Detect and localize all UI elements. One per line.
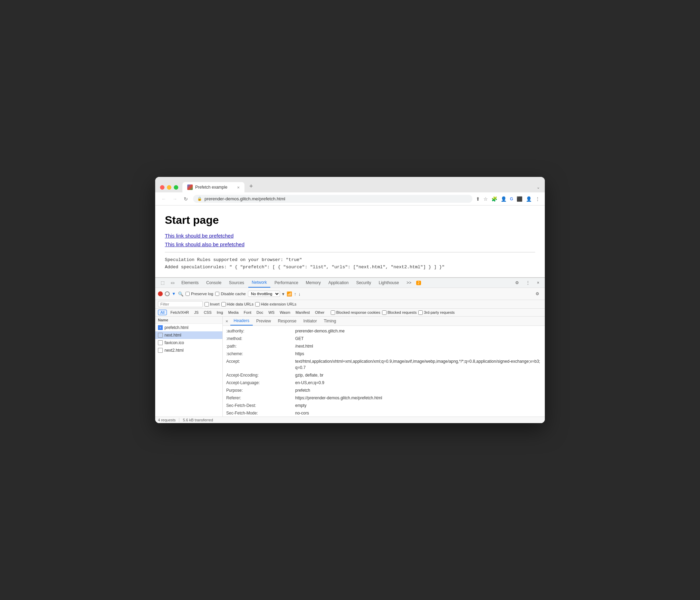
more-menu-button[interactable]: ⋮	[535, 196, 540, 202]
type-font-button[interactable]: Font	[242, 310, 253, 315]
google-icon[interactable]: G	[510, 197, 513, 201]
tab-initiator[interactable]: Initiator	[300, 317, 320, 325]
filter-icon[interactable]: ▼	[172, 291, 176, 296]
tab-dropdown-button[interactable]: ⌄	[537, 185, 540, 192]
tab-application[interactable]: Application	[325, 278, 352, 287]
tab-close-button[interactable]: ×	[237, 185, 240, 190]
page-divider	[165, 252, 535, 252]
hide-data-urls-checkbox[interactable]: Hide data URLs	[221, 302, 254, 307]
download-icon: ↓	[298, 291, 301, 297]
share-icon[interactable]: ⬆	[476, 196, 480, 202]
type-doc-button[interactable]: Doc	[255, 310, 265, 315]
browser-window: Prefetch example × + ⌄ ← → ↻ 🔒 prerender…	[155, 177, 545, 423]
profile-icon[interactable]: 👤	[501, 196, 507, 202]
type-other-button[interactable]: Other	[313, 310, 326, 315]
reload-button[interactable]: ↻	[182, 195, 190, 203]
filter-bar: Invert Hide data URLs Hide extension URL…	[155, 300, 545, 309]
headers-panel: × Headers Preview Response Initiator Tim…	[223, 317, 545, 417]
cast-icon[interactable]: ⬛	[517, 196, 522, 202]
devtools-inspect-icon[interactable]: ⬚	[158, 278, 167, 287]
header-accept: Accept: text/html,application/xhtml+xml,…	[223, 358, 545, 371]
type-filter-bar: All Fetch/XHR JS CSS Img Media Font Doc …	[155, 309, 545, 317]
prefetch-link-2[interactable]: This link should also be prefetched	[165, 241, 535, 247]
type-ws-button[interactable]: WS	[267, 310, 276, 315]
type-manifest-button[interactable]: Manifest	[294, 310, 312, 315]
wifi-icon: 📶	[287, 291, 292, 297]
devtools-right-icons: ⚙ ⋮ ×	[512, 278, 542, 287]
devtools-settings-button[interactable]: ⚙	[512, 278, 522, 287]
browser-tab-active[interactable]: Prefetch example ×	[182, 182, 244, 192]
url-text: prerender-demos.glitch.me/prefetch.html	[204, 196, 285, 201]
request-item-favicon[interactable]: favicon.ico	[155, 339, 222, 347]
hide-ext-urls-checkbox[interactable]: Hide extension URLs	[255, 302, 296, 307]
back-button[interactable]: ←	[160, 195, 168, 203]
extensions-icon[interactable]: 🧩	[491, 196, 497, 202]
tab-response[interactable]: Response	[274, 317, 300, 325]
throttle-select[interactable]: No throttling	[248, 291, 280, 297]
tab-network[interactable]: Network	[248, 278, 270, 288]
disable-cache-checkbox[interactable]: Disable cache	[215, 292, 246, 296]
address-bar: ← → ↻ 🔒 prerender-demos.glitch.me/prefet…	[155, 192, 545, 206]
type-all-button[interactable]: All	[158, 310, 167, 315]
page-icon	[158, 333, 163, 338]
speculation-rules-support: Speculation Rules supported on your brow…	[165, 257, 535, 262]
blocked-requests-checkbox[interactable]: Blocked requests	[382, 310, 417, 315]
throttle-dropdown-icon[interactable]: ▾	[282, 291, 284, 297]
transferred-size: 5.6 kB transferred	[179, 418, 213, 422]
type-js-button[interactable]: JS	[192, 310, 200, 315]
clear-button[interactable]	[165, 291, 170, 296]
forward-button[interactable]: →	[171, 195, 179, 203]
type-media-button[interactable]: Media	[227, 310, 240, 315]
account-icon[interactable]: 👤	[526, 196, 532, 202]
url-bar[interactable]: 🔒 prerender-demos.glitch.me/prefetch.htm…	[193, 195, 472, 203]
invert-checkbox[interactable]: Invert	[204, 302, 220, 307]
devtools-more-button[interactable]: ⋮	[523, 278, 533, 287]
tab-bar: Prefetch example × +	[182, 180, 537, 192]
request-item-next-html[interactable]: next.html	[155, 331, 222, 339]
headers-panel-close[interactable]: ×	[226, 319, 228, 324]
tab-more[interactable]: >>	[403, 278, 415, 287]
request-item-next2-html[interactable]: next2.html	[155, 347, 222, 354]
third-party-checkbox[interactable]: 3rd-party requests	[418, 310, 454, 315]
minimize-button[interactable]	[167, 185, 171, 190]
bookmark-icon[interactable]: ☆	[483, 196, 488, 202]
tab-headers[interactable]: Headers	[230, 317, 253, 326]
devtools-device-icon[interactable]: ▭	[168, 278, 177, 287]
filter-input[interactable]	[158, 301, 203, 307]
header-method: :method: GET	[223, 335, 545, 342]
maximize-button[interactable]	[174, 185, 178, 190]
prefetch-link-1[interactable]: This link should be prefetched	[165, 233, 535, 239]
headers-tab-bar: × Headers Preview Response Initiator Tim…	[223, 317, 545, 326]
tab-security[interactable]: Security	[353, 278, 374, 287]
search-icon[interactable]: 🔍	[178, 291, 183, 297]
header-authority: :authority: prerender-demos.glitch.me	[223, 327, 545, 335]
request-item-prefetch-html[interactable]: ≡ prefetch.html	[155, 324, 222, 331]
page-icon-next2	[158, 348, 163, 353]
requests-count: 4 requests	[158, 418, 176, 422]
header-accept-language: Accept-Language: en-US,en;q=0.9	[223, 379, 545, 387]
tab-elements[interactable]: Elements	[178, 278, 202, 287]
tab-preview[interactable]: Preview	[253, 317, 274, 325]
header-scheme: :scheme: https	[223, 350, 545, 358]
network-toolbar: ▼ 🔍 Preserve log Disable cache No thrott…	[155, 288, 545, 300]
tab-performance[interactable]: Performance	[271, 278, 302, 287]
preserve-log-checkbox[interactable]: Preserve log	[186, 292, 213, 296]
type-wasm-button[interactable]: Wasm	[278, 310, 292, 315]
type-img-button[interactable]: Img	[215, 310, 225, 315]
type-css-button[interactable]: CSS	[202, 310, 213, 315]
blocked-cookies-checkbox[interactable]: Blocked response cookies	[331, 310, 380, 315]
tab-memory[interactable]: Memory	[302, 278, 324, 287]
requests-panel: Name ≡ prefetch.html next.html favicon.i…	[155, 317, 223, 417]
tab-sources[interactable]: Sources	[226, 278, 248, 287]
tab-console[interactable]: Console	[203, 278, 225, 287]
doc-icon: ≡	[158, 325, 163, 330]
title-bar: Prefetch example × + ⌄	[155, 177, 545, 192]
tab-lighthouse[interactable]: Lighthouse	[375, 278, 402, 287]
type-fetch-xhr-button[interactable]: Fetch/XHR	[169, 310, 191, 315]
network-settings-button[interactable]: ⚙	[533, 289, 542, 298]
close-button[interactable]	[160, 185, 164, 190]
record-button[interactable]	[158, 291, 163, 296]
devtools-close-button[interactable]: ×	[534, 278, 542, 287]
new-tab-button[interactable]: +	[246, 180, 257, 192]
tab-timing[interactable]: Timing	[320, 317, 340, 325]
